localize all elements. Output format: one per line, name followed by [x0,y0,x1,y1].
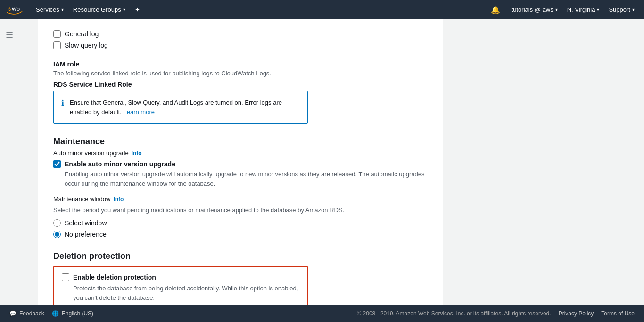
iam-title: IAM role [53,60,428,68]
iam-description: The following service-linked role is use… [53,70,428,77]
general-log-label: General log [65,30,99,38]
auto-minor-label-row: Auto minor version upgrade Info [53,149,428,157]
window-label-row: Maintenance window Info [53,196,428,203]
slow-query-log-checkbox[interactable] [53,41,61,49]
language-label: English (US) [62,310,93,317]
user-label: tutorials @ aws [512,6,553,13]
select-window-label: Select window [65,219,107,227]
iam-role-name: RDS Service Linked Role [53,81,428,88]
window-info-badge[interactable]: Info [113,196,124,203]
resource-groups-label: Resource Groups [73,6,121,13]
region-caret: ▾ [597,7,599,12]
enable-auto-minor-checkbox[interactable] [53,160,61,168]
region-label: N. Virginia [567,6,595,13]
language-button[interactable]: 🌐 English (US) [52,310,93,317]
hamburger-icon: ☰ [6,30,13,41]
user-menu[interactable]: tutorials @ aws ▾ [507,0,562,19]
footer-left: 💬 Feedback 🌐 English (US) [9,310,93,317]
feedback-button[interactable]: 💬 Feedback [9,310,44,317]
info-icon: ℹ [61,99,64,107]
bell-icon[interactable]: 🔔 [484,5,507,14]
support-menu[interactable]: Support ▾ [604,0,639,19]
services-label: Services [36,6,59,13]
no-preference-label: No preference [65,231,107,238]
slow-query-log-label: Slow query log [65,41,108,49]
enable-deletion-label: Enable deletion protection [73,273,156,281]
star-icon: ✦ [135,6,140,13]
user-caret: ▾ [555,7,558,12]
sidebar-toggle[interactable]: ☰ [0,24,19,41]
auto-minor-label: Auto minor version upgrade [53,149,129,157]
deletion-desc: Protects the database from being deleted… [73,284,299,302]
enable-deletion-checkbox[interactable] [62,273,69,281]
services-nav[interactable]: Services ▾ [31,0,68,19]
select-window-radio[interactable] [53,219,61,227]
learn-more-link[interactable]: Learn more [124,108,155,116]
copyright-text: © 2008 - 2019, Amazon Web Services, Inc.… [357,310,551,317]
slow-query-log-row: Slow query log [53,41,428,49]
general-log-checkbox[interactable] [53,30,61,38]
auto-minor-info-badge[interactable]: Info [132,150,142,157]
deletion-box: Enable deletion protection Protects the … [53,266,308,310]
no-preference-row: No preference [53,231,428,238]
globe-icon: 🌐 [52,310,59,317]
chat-icon: 💬 [9,310,17,317]
iam-info-text: Ensure that General, Slow Query, and Aud… [70,98,300,116]
iam-info-box: ℹ Ensure that General, Slow Query, and A… [53,91,308,124]
iam-role-section: IAM role The following service-linked ro… [53,60,428,124]
footer-right: © 2008 - 2019, Amazon Web Services, Inc.… [357,310,635,317]
privacy-policy-link[interactable]: Privacy Policy [559,310,594,317]
terms-of-use-link[interactable]: Terms of Use [601,310,635,317]
window-label: Maintenance window [53,196,110,203]
feedback-label: Feedback [19,310,44,317]
resource-groups-nav[interactable]: Resource Groups ▾ [68,0,130,19]
log-section: General log Slow query log [53,30,428,49]
maintenance-section: Maintenance Auto minor version upgrade I… [53,137,428,238]
top-navigation: Services ▾ Resource Groups ▾ ✦ 🔔 tutoria… [0,0,644,19]
enable-auto-minor-desc: Enabling auto minor version upgrade will… [65,170,428,188]
favorites-nav[interactable]: ✦ [130,0,145,19]
no-preference-radio[interactable] [53,231,61,238]
deletion-protection-section: Deletion protection Enable deletion prot… [53,251,428,310]
enable-deletion-row: Enable deletion protection [62,273,299,281]
general-log-row: General log [53,30,428,38]
deletion-heading: Deletion protection [53,251,428,261]
main-wrapper: General log Slow query log IAM role The … [0,19,644,322]
nav-right: 🔔 tutorials @ aws ▾ N. Virginia ▾ Suppor… [484,0,639,19]
resource-groups-caret: ▾ [123,7,125,12]
maintenance-heading: Maintenance [53,137,428,147]
footer: 💬 Feedback 🌐 English (US) © 2008 - 2019,… [0,305,644,322]
aws-logo[interactable] [5,4,24,15]
enable-auto-minor-row: Enable auto minor version upgrade [53,160,428,168]
select-window-row: Select window [53,219,428,227]
support-label: Support [609,6,630,13]
support-caret: ▾ [632,7,635,12]
region-menu[interactable]: N. Virginia ▾ [562,0,604,19]
services-caret: ▾ [61,7,64,12]
enable-auto-minor-label: Enable auto minor version upgrade [65,160,175,168]
window-description: Select the period you want pending modif… [53,206,428,214]
content-panel: General log Slow query log IAM role The … [38,19,443,322]
